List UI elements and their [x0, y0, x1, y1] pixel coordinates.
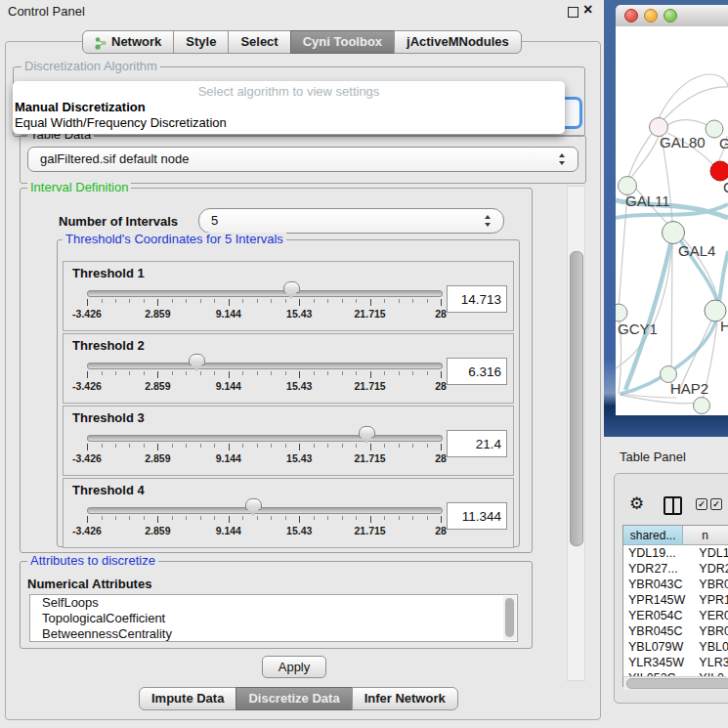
tab-jactivemnodules[interactable]: jActiveMNodules [394, 30, 522, 54]
tab-network[interactable]: Network [82, 30, 174, 54]
threshold-4-slider-thumb[interactable] [245, 498, 262, 510]
tick-mark [87, 299, 88, 306]
algorithm-option-manual[interactable]: Manual Discretization [15, 100, 146, 114]
panel-title: Control Panel [8, 4, 85, 19]
node-gal4[interactable] [663, 222, 685, 244]
node-red-selected[interactable] [710, 161, 728, 181]
tick-label: -3.426 [72, 380, 102, 392]
tick-mark [257, 371, 258, 375]
threshold-3-slider-thumb[interactable] [359, 426, 375, 438]
tab-infer-network-label: Infer Network [364, 688, 446, 709]
tick-mark [115, 371, 116, 375]
threshold-2-slider-thumb[interactable] [189, 354, 205, 365]
table-row[interactable]: YBL079WYBL0 [623, 639, 728, 655]
tab-impute-data[interactable]: Impute Data [139, 687, 236, 710]
network-view-canvas[interactable]: GAL80 GA C GAL11 GAL4 GCY1 H HAP2 [616, 26, 728, 415]
tick-mark [200, 371, 201, 375]
node-label: GCY1 [618, 321, 658, 337]
apply-button[interactable]: Apply [262, 656, 326, 678]
tick-mark [370, 516, 371, 523]
table-hscrollbar-thumb[interactable] [626, 678, 728, 689]
threshold-1-slider[interactable] [87, 290, 443, 297]
list-scrollbar[interactable] [503, 596, 516, 640]
minimize-traffic-light-icon[interactable] [644, 9, 658, 22]
spinner-arrows-icon [484, 215, 492, 227]
tick-mark [144, 299, 145, 303]
tick-mark [285, 371, 286, 375]
tab-discretize-data[interactable]: Discretize Data [236, 687, 352, 710]
tick-mark [102, 516, 103, 520]
tick-mark [200, 299, 201, 303]
tick-label: -3.426 [72, 452, 102, 464]
table-row[interactable]: YDR27...YDR2 [623, 561, 728, 577]
close-traffic-light-icon[interactable] [624, 9, 638, 22]
threshold-1-slider-thumb[interactable] [283, 281, 300, 293]
checkbox-icon[interactable]: ✓ [696, 498, 707, 510]
zoom-traffic-light-icon[interactable] [664, 9, 677, 22]
numerical-attributes-list: SelfLoops TopologicalCoefficient Between… [29, 594, 518, 642]
tick-mark [144, 516, 145, 520]
table-data-combobox[interactable]: galFiltered.sif default node [27, 147, 578, 172]
table-row[interactable]: YPR145WYPR1 [623, 592, 728, 608]
column-header-name[interactable]: n [683, 526, 728, 545]
content-scrollbar-thumb[interactable] [570, 251, 583, 546]
table-row[interactable]: YLR345WYLR3 [623, 655, 728, 670]
checkbox-icon[interactable]: ✓ [710, 498, 722, 510]
threshold-1-value-field[interactable]: 14.713 [447, 285, 507, 313]
tab-infer-network[interactable]: Infer Network [352, 687, 458, 710]
tick-mark [285, 444, 286, 448]
tick-mark [214, 516, 215, 520]
tick-mark [115, 516, 116, 520]
tick-mark [384, 516, 385, 520]
network-window-titlebar[interactable] [616, 5, 728, 27]
node-label: GAL4 [678, 242, 715, 259]
threshold-3-slider[interactable] [87, 435, 443, 442]
list-item[interactable]: TopologicalCoefficient [30, 611, 517, 626]
threshold-4-value-field[interactable]: 11.344 [447, 502, 507, 530]
threshold-2-slider[interactable] [87, 363, 443, 369]
gear-icon[interactable]: ⚙ [629, 493, 644, 513]
number-of-intervals-combobox[interactable]: 5 [198, 208, 504, 234]
algorithm-option-equal-width[interactable]: Equal Width/Frequency Discretization [15, 115, 227, 130]
node-bottom[interactable] [694, 398, 710, 414]
tick-mark [157, 516, 158, 523]
tick-label: 15.43 [286, 380, 312, 392]
tick-mark [172, 516, 173, 520]
threshold-3-value-field[interactable]: 21.4 [447, 430, 507, 457]
tick-mark [384, 444, 385, 448]
numerical-attributes-heading: Numerical Attributes [27, 577, 151, 591]
tick-mark [370, 371, 371, 378]
tick-mark [214, 444, 215, 448]
threshold-4-slider[interactable] [87, 507, 443, 514]
table-row[interactable]: YDL19...YDL1 [623, 545, 728, 561]
list-item[interactable]: BetweennessCentrality [30, 626, 517, 642]
threshold-4-label: Threshold 4 [72, 483, 145, 497]
threshold-2-value-field[interactable]: 6.316 [447, 358, 507, 385]
tick-mark [370, 444, 371, 450]
tick-mark [412, 444, 413, 448]
tab-style[interactable]: Style [173, 30, 229, 54]
tick-mark [399, 516, 400, 520]
tick-mark [229, 299, 230, 306]
close-icon[interactable]: × [583, 1, 592, 19]
threshold-3-label: Threshold 3 [72, 410, 145, 425]
tick-mark [399, 371, 400, 375]
float-window-icon[interactable] [568, 7, 578, 18]
list-item[interactable]: SelfLoops [30, 595, 517, 611]
tab-cyni-toolbox[interactable]: Cyni Toolbox [290, 30, 395, 54]
tick-label: 15.43 [286, 308, 312, 320]
table-row[interactable]: YER054CYER0 [623, 608, 728, 623]
node-gcy1[interactable] [616, 304, 627, 321]
tick-mark [299, 371, 300, 378]
column-header-shared[interactable]: shared... [623, 526, 683, 545]
tick-label: 28 [435, 308, 447, 320]
tick-label: 2.859 [145, 452, 170, 464]
tick-label: 2.859 [145, 380, 170, 392]
table-row[interactable]: YBR043CYBR0 [623, 577, 728, 592]
tab-select[interactable]: Select [228, 30, 290, 54]
columns-icon[interactable] [664, 496, 682, 515]
attributes-group-title: Attributes to discretize [27, 554, 158, 568]
tick-mark [342, 444, 343, 448]
table-row[interactable]: YBR045CYBR0 [623, 623, 728, 639]
node-label: H [720, 318, 728, 334]
